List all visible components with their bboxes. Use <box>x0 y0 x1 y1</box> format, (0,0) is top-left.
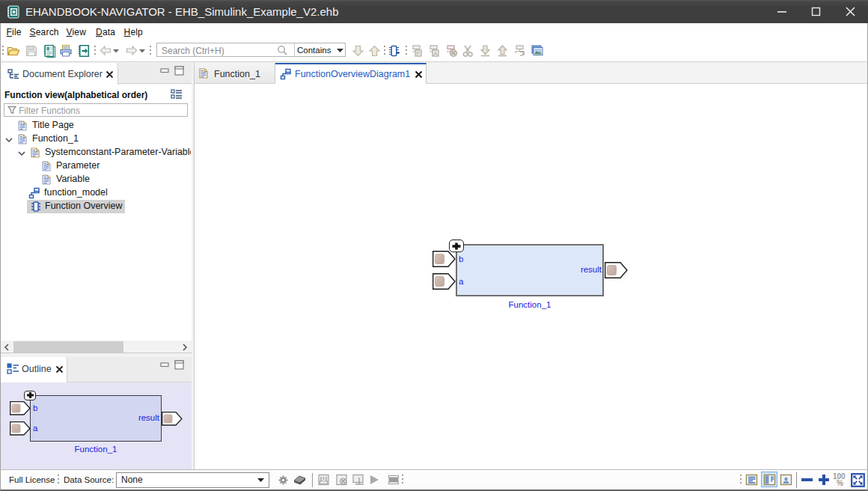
svg-text:A: A <box>433 50 438 57</box>
svg-text:P: P <box>416 50 420 57</box>
